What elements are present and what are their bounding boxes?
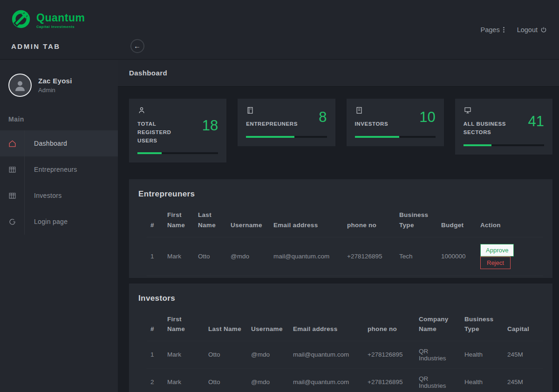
avatar [8, 74, 32, 97]
table-cell: mail@quantum.com [270, 237, 343, 276]
sidebar-item-dashboard[interactable]: Dashboard [0, 130, 118, 156]
progress-bar [464, 144, 544, 146]
progress-bar [355, 136, 436, 138]
investors-table: #First NameLast NameUsernameEmail addres… [147, 310, 543, 392]
sidebar-item-login-page[interactable]: Login page [0, 209, 118, 235]
stat-value: 18 [202, 117, 218, 134]
user-block: Zac Eyosi Admin [0, 60, 118, 107]
column-header: Business Type [395, 205, 437, 237]
sidebar-item-investors[interactable]: Investors [0, 182, 118, 209]
table-row: 1MarkOtto@mdomail@quantum.com+278126895Q… [147, 341, 543, 368]
main-area: Dashboard TOTAL REGISTERD USERS [118, 60, 559, 392]
brand-logo-block: Quantum Capital Investments [10, 8, 85, 32]
grid-icon [0, 156, 24, 182]
quantum-logo-icon [10, 8, 32, 32]
top-header: Quantum Capital Investments ADMIN TAB ← … [0, 0, 559, 60]
table-cell: Tech [395, 237, 437, 276]
table-cell: Otto [205, 341, 247, 368]
table-cell: Health [461, 368, 504, 392]
table-cell: 1000000 [437, 237, 477, 276]
table-cell: Mark [164, 237, 194, 276]
monitor-icon [464, 106, 513, 116]
table-cell: 245M [504, 368, 543, 392]
sidebar-collapse-button[interactable]: ← [130, 39, 144, 53]
logout-icon [0, 209, 24, 235]
table-cell: Mark [164, 368, 205, 392]
journal-icon [355, 106, 389, 116]
stats-row: TOTAL REGISTERD USERS 18 [129, 99, 552, 162]
sidebar-item-label: Investors [24, 182, 118, 209]
table-cell: Otto [194, 237, 227, 276]
table-cell: 2 [147, 368, 164, 392]
approve-button[interactable]: Approve [480, 244, 514, 257]
ellipsis-icon [503, 27, 505, 33]
table-cell: +278126895 [364, 341, 415, 368]
table-row: 1MarkOtto@mdomail@quantum.com+278126895T… [147, 237, 543, 276]
stat-card-total-users: TOTAL REGISTERD USERS 18 [129, 99, 226, 162]
stat-value: 41 [528, 113, 544, 130]
column-header: Budget [437, 205, 477, 237]
progress-bar [137, 152, 218, 154]
column-header: Capital [504, 310, 543, 341]
sidebar: Zac Eyosi Admin Main Dashboard [0, 60, 118, 392]
sidebar-item-label: Login page [24, 209, 118, 235]
column-header: First Name [164, 310, 205, 341]
table-cell: 245M [504, 341, 543, 368]
table-cell: +278126895 [343, 237, 395, 276]
table-cell: mail@quantum.com [289, 341, 364, 368]
table-cell: Otto [205, 368, 247, 392]
sidebar-item-entrepreneurs[interactable]: Entrepreneurs [0, 156, 118, 182]
grid-icon [0, 182, 24, 209]
column-header: # [147, 310, 164, 341]
column-header: Last Name [205, 310, 247, 341]
pages-link[interactable]: Pages [481, 26, 505, 34]
column-header: Action [477, 205, 543, 237]
stat-label: TOTAL REGISTERD USERS [137, 120, 187, 145]
table-cell: QR Industries [415, 368, 461, 392]
sidebar-section-label: Main [0, 107, 118, 130]
column-header: Username [227, 205, 270, 237]
reject-button[interactable]: Reject [480, 257, 511, 269]
user-icon [137, 106, 187, 116]
column-header: phone no [364, 310, 415, 341]
stat-label: ENTREPREUNERS [246, 120, 296, 128]
table-cell: 1 [147, 237, 164, 276]
user-role: Admin [38, 87, 72, 94]
investors-title: Investors [138, 294, 543, 303]
home-icon [0, 130, 24, 156]
progress-bar [246, 136, 327, 138]
column-header: Email address [270, 205, 343, 237]
table-cell: Health [461, 341, 504, 368]
brand-name: Quantum [36, 12, 85, 24]
entrepreneurs-table: #First NameLast NameUsernameEmail addres… [147, 205, 543, 276]
table-cell: mail@quantum.com [289, 368, 364, 392]
admin-tab-label: ADMIN TAB [11, 42, 61, 50]
table-cell: @mdo [227, 237, 270, 276]
table-cell: 1 [147, 341, 164, 368]
table-cell: @mdo [247, 341, 289, 368]
sidebar-item-label: Entrepreneurs [24, 156, 118, 182]
table-cell: Mark [164, 341, 205, 368]
table-header-row: #First NameLast NameUsernameEmail addres… [147, 310, 543, 341]
breadcrumb-bar: Dashboard [118, 60, 559, 87]
entrepreneurs-panel: Entrepreuners #First NameLast NameUserna… [129, 179, 552, 277]
pages-link-label: Pages [481, 26, 500, 34]
table-cell: @mdo [247, 368, 289, 392]
stat-card-investors: INVESTORS 10 [347, 99, 444, 146]
column-header: phone no [343, 205, 395, 237]
power-icon [540, 27, 547, 33]
table-cell: QR Industries [415, 341, 461, 368]
top-nav: Pages Logout [481, 26, 547, 34]
sidebar-item-label: Dashboard [24, 130, 118, 156]
stat-value: 10 [419, 109, 435, 126]
table-cell: +278126895 [364, 368, 415, 392]
action-cell: ApproveReject [477, 237, 543, 276]
column-header: First Name [164, 205, 194, 237]
journal-icon [246, 106, 296, 116]
table-row: 2MarkOtto@mdomail@quantum.com+278126895Q… [147, 368, 543, 392]
stat-card-entrepreneurs: ENTREPREUNERS 8 [238, 99, 335, 146]
investors-panel: Investors #First NameLast NameUsernameEm… [129, 284, 552, 392]
column-header: Last Name [194, 205, 227, 237]
stat-label: ALL BUSINESS SECTORS [464, 120, 513, 137]
logout-link[interactable]: Logout [517, 26, 547, 34]
